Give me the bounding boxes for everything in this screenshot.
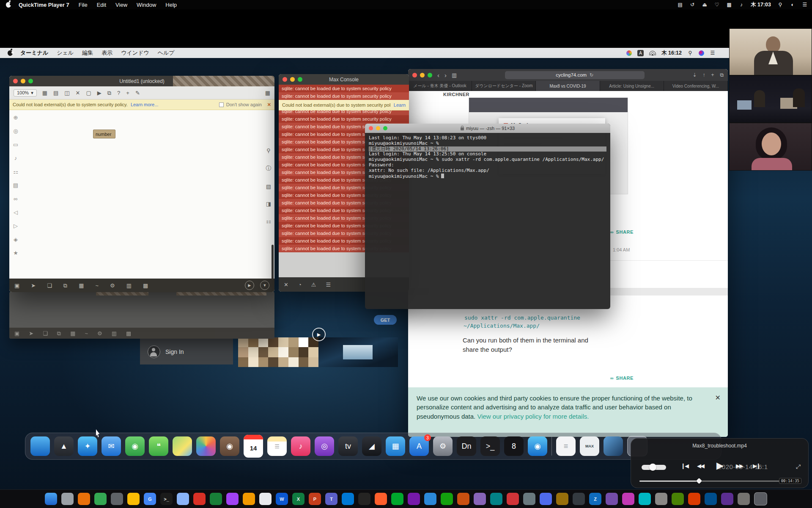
dock-app-icon[interactable] — [177, 493, 189, 505]
dock-separator[interactable] — [551, 437, 552, 456]
address-bar[interactable]: cycling74.com ↻ — [505, 71, 645, 79]
quicktime-video-content[interactable]: ターミナルシェル編集表示ウインドウヘルプ A 木 16:12 ⚲ ☰ GET S… — [0, 9, 812, 490]
next-button[interactable]: ▶❙ — [753, 463, 760, 469]
dock-app-icon[interactable] — [210, 493, 222, 505]
dont-show-again-checkbox[interactable] — [219, 102, 224, 107]
apple-tv-icon[interactable]: tv — [338, 436, 358, 456]
presentation-grid-icon[interactable]: ▩ — [126, 331, 131, 336]
finder-icon[interactable] — [45, 493, 57, 505]
objects-icon[interactable]: ▥ — [126, 283, 132, 288]
finder-icon[interactable] — [30, 436, 50, 456]
zoom-button[interactable] — [428, 73, 432, 77]
mail-icon[interactable]: ✉ — [102, 436, 121, 456]
grid-icon[interactable]: ▦ — [70, 331, 75, 336]
app-store-icon[interactable]: A3 — [409, 436, 429, 456]
inner-clock[interactable]: 木 16:12 — [661, 50, 682, 57]
eight-app-icon[interactable]: 8 — [504, 436, 524, 456]
system-preferences-icon[interactable]: ⚙ — [433, 436, 453, 456]
add-object-icon[interactable]: + — [126, 90, 129, 96]
window-icon[interactable]: ▦ — [42, 90, 47, 96]
close-box-icon[interactable]: ✕ — [76, 90, 80, 96]
zoom-icon[interactable]: Z — [589, 493, 601, 505]
close-button[interactable] — [283, 77, 287, 82]
share-icon[interactable]: ↑ — [702, 72, 705, 77]
notification-center-icon[interactable]: ☰ — [710, 50, 716, 56]
zoom-button[interactable] — [28, 79, 33, 83]
share-link[interactable]: ∞ SHARE — [610, 229, 634, 235]
input-source-icon[interactable]: A — [637, 50, 644, 56]
color-app-icon[interactable] — [626, 50, 632, 56]
dock-app-icon[interactable] — [688, 493, 700, 505]
layers-icon[interactable]: ⧉ — [57, 331, 61, 336]
select-icon[interactable]: ➤ — [31, 283, 36, 288]
spotlight-search-icon[interactable]: ⚲ — [687, 50, 693, 56]
menu-item[interactable]: 編集 — [82, 49, 93, 57]
menu-item[interactable]: File — [79, 2, 88, 8]
dock-app-icon[interactable] — [94, 493, 107, 505]
outer-clock[interactable]: 木 17:03 — [751, 1, 771, 8]
dock-app-icon[interactable] — [391, 493, 403, 505]
forum-author[interactable]: KIRCHNER — [443, 92, 469, 97]
palette-icon[interactable]: ▧ — [266, 183, 271, 190]
dock-app-icon[interactable] — [705, 493, 717, 505]
share-link[interactable]: ∞ SHARE — [610, 375, 634, 381]
layers-icon[interactable]: ⧉ — [63, 283, 67, 288]
safari-icon[interactable]: ✦ — [78, 436, 97, 456]
browser-tab[interactable]: Article: Using Unsigne... — [600, 81, 664, 91]
browser-tab[interactable]: ダウンロードセンター - Zoom — [472, 81, 536, 91]
minimized-window-icon[interactable] — [604, 436, 623, 456]
parallels-icon[interactable]: ▩ — [726, 2, 732, 8]
minimize-button[interactable] — [420, 73, 425, 77]
dock-app-icon[interactable] — [738, 493, 750, 505]
playhead[interactable] — [696, 478, 702, 484]
wifi-icon[interactable] — [649, 51, 656, 55]
grid-icon[interactable]: ▦ — [265, 90, 270, 96]
heart-icon[interactable]: ♡ — [714, 2, 720, 8]
menu-item[interactable]: 表示 — [102, 49, 112, 57]
photo-thumbnail[interactable] — [318, 337, 398, 367]
dock-app-icon[interactable] — [556, 493, 568, 505]
banner-close-icon[interactable]: ✕ — [267, 102, 271, 108]
forward-button[interactable]: › — [444, 72, 447, 78]
dock-app-icon[interactable] — [342, 493, 354, 505]
mixer-icon[interactable]: ⚏ — [13, 168, 18, 175]
facetime-icon[interactable]: ◉ — [125, 436, 145, 456]
notes-icon[interactable]: ☰ — [267, 436, 287, 456]
keynote-icon[interactable]: ▦ — [386, 436, 405, 456]
fullscreen-icon[interactable]: ⤢ — [796, 463, 801, 470]
podcasts-icon[interactable]: ◎ — [315, 436, 334, 456]
rewind-button[interactable]: ◀◀ — [697, 463, 704, 469]
play-icon[interactable]: ▶ — [97, 90, 102, 96]
comment-icon[interactable]: ❏ — [43, 331, 48, 336]
menu-item[interactable]: シェル — [57, 49, 74, 57]
dock-app-icon[interactable] — [490, 493, 502, 505]
tabs-icon[interactable]: ⧉ — [107, 90, 111, 96]
dock-app-icon[interactable] — [441, 493, 453, 505]
number-object[interactable]: number — [93, 130, 115, 138]
terminal-window[interactable]: miyuu — -zsh — 91×33 Last login: Thu May… — [365, 124, 610, 309]
history-icon[interactable]: ◔ — [298, 282, 302, 287]
volume-icon[interactable]: ♪ — [738, 2, 744, 8]
select-icon[interactable]: ➤ — [29, 331, 33, 336]
expand-button[interactable]: ▼ — [260, 281, 269, 290]
minimize-button[interactable] — [21, 79, 25, 83]
info-icon[interactable]: ⓘ — [266, 165, 272, 172]
max-patcher-window-background[interactable]: ▣➤❏⧉▦~⚙▥▩ — [9, 292, 274, 339]
dock-app-icon[interactable] — [655, 493, 667, 505]
terminal-output[interactable]: Last login: Thu May 14 13:08:23 on ttys0… — [365, 133, 610, 182]
dock-app-icon[interactable] — [226, 493, 239, 505]
menu-item[interactable]: ヘルプ — [158, 49, 175, 57]
dock-app-icon[interactable] — [358, 493, 370, 505]
fast-forward-button[interactable]: ▶▶ — [736, 463, 743, 469]
dock-app-icon[interactable] — [523, 493, 535, 505]
objects-icon[interactable]: ▥ — [112, 331, 117, 336]
dock-app-icon[interactable] — [111, 493, 123, 505]
patchcord-icon[interactable]: ~ — [95, 283, 99, 288]
media-icon[interactable]: ▤ — [13, 182, 18, 188]
word-icon[interactable]: W — [276, 493, 288, 505]
timeline-scrubber[interactable] — [639, 480, 781, 482]
help-icon[interactable]: ? — [117, 90, 120, 96]
tools-icon[interactable]: ⚙ — [110, 283, 115, 288]
clear-icon[interactable]: ✕ — [284, 282, 288, 287]
video-call-app-icon[interactable]: ◉ — [528, 436, 547, 456]
